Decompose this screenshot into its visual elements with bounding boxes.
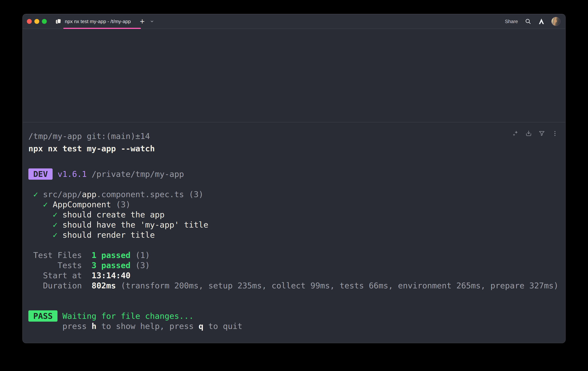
terminal-text-segment: ✓ [43, 200, 48, 209]
command-text: npx nx test my-app --watch [28, 144, 560, 154]
terminal-line [28, 240, 560, 250]
terminal-line: PASS Waiting for file changes... [28, 311, 560, 321]
terminal-text-segment [57, 210, 62, 219]
terminal-text-segment: ✓ [52, 220, 57, 229]
terminal-text-segment [57, 220, 62, 229]
terminal-text-segment: Test Files [28, 250, 92, 260]
terminal-text-segment: to show help, press [96, 321, 199, 331]
title-bar: npx nx test my-app - /t/my-app + Share [23, 14, 565, 29]
download-icon[interactable] [525, 130, 532, 137]
terminal-text-segment: AppComponent [52, 200, 111, 209]
terminal-text-segment: 1 passed [92, 250, 131, 260]
terminal-text-segment: Waiting for file changes... [62, 311, 194, 321]
terminal-text-segment: (1) [131, 250, 150, 260]
titlebar-right-controls: Share [505, 17, 560, 26]
terminal-text-segment [28, 230, 52, 240]
search-icon[interactable] [525, 18, 531, 25]
terminal-line [28, 179, 560, 189]
terminal-text-segment [57, 230, 62, 240]
terminal-text-segment: h [92, 321, 96, 331]
terminal-text-segment: should have the 'my-app' title [62, 220, 208, 229]
shell-prompt: /tmp/my-app git:(main)±14 [28, 131, 560, 141]
terminal-scrollback [23, 29, 565, 123]
terminal-text-segment: press [28, 321, 92, 331]
terminal-line: ✓ should have the 'my-app' title [28, 220, 560, 230]
terminal-text-segment: ✓ [52, 230, 57, 240]
terminal-line: ✓ AppComponent (3) [28, 199, 560, 209]
active-tab-underline [63, 28, 141, 29]
terminal-text-segment: should render title [62, 230, 155, 240]
terminal-line: Test Files 1 passed (1) [28, 250, 560, 260]
terminal-text-segment: (3) [111, 200, 131, 209]
window-controls [27, 19, 47, 24]
terminal-line: press h to show help, press q to quit [28, 321, 560, 331]
terminal-text-segment: 3 passed [92, 261, 131, 270]
close-button[interactable] [27, 19, 32, 24]
terminal-text-segment: Start at [28, 271, 92, 280]
block-action-toolbar [512, 130, 558, 137]
tab-title: npx nx test my-app - /t/my-app [65, 19, 131, 24]
terminal-text-segment: (3) [184, 190, 203, 199]
active-tab[interactable]: npx nx test my-app - /t/my-app [54, 14, 132, 29]
terminal-text-segment: should create the app [62, 210, 165, 219]
terminal-text-segment [48, 200, 53, 209]
terminal-text-segment: ✓ [52, 210, 57, 219]
terminal-line: Duration 802ms (transform 200ms, setup 2… [28, 280, 560, 291]
new-tab-button[interactable]: + [140, 17, 145, 26]
terminal-text-segment: (3) [131, 261, 150, 270]
terminal-text-segment [28, 210, 52, 219]
terminal-text-segment: v1.6.1 [57, 169, 87, 179]
sparkles-icon[interactable] [512, 130, 519, 137]
badge-pass: PASS [28, 310, 57, 322]
terminal-text-segment: q [199, 321, 203, 331]
user-avatar[interactable] [551, 17, 560, 26]
kebab-menu-icon[interactable] [551, 130, 558, 137]
terminal-text-segment: /private/tmp/my-app [87, 169, 184, 179]
chevron-down-icon[interactable] [150, 19, 154, 23]
badge-dev: DEV [28, 168, 52, 180]
terminal-text-segment: .component.spec.ts [96, 190, 184, 199]
terminal-window: npx nx test my-app - /t/my-app + Share [22, 14, 566, 343]
pages-icon [55, 18, 62, 25]
minimize-button[interactable] [34, 19, 39, 24]
zoom-button[interactable] [42, 19, 47, 24]
terminal-line [28, 291, 560, 301]
terminal-line: Tests 3 passed (3) [28, 260, 560, 270]
terminal-text-segment: 13:14:40 [92, 271, 131, 280]
filter-icon[interactable] [538, 130, 545, 137]
terminal-line: ✓ should render title [28, 230, 560, 240]
terminal-text-segment: to quit [203, 321, 242, 331]
terminal-text-segment: 802ms [92, 281, 116, 290]
terminal-text-segment: Duration [28, 281, 92, 290]
terminal-text-segment [52, 169, 57, 179]
terminal-text-segment: (transform 200ms, setup 235ms, collect 9… [116, 281, 558, 290]
terminal-text-segment [38, 190, 43, 199]
terminal-text-segment: Tests [28, 261, 92, 270]
warp-logo-icon[interactable] [538, 18, 545, 25]
terminal-text-segment [28, 200, 43, 209]
terminal-text-segment: ✓ [33, 190, 38, 199]
terminal-text-segment [28, 190, 33, 199]
terminal-line: ✓ src/app/app.component.spec.ts (3) [28, 189, 560, 199]
terminal-line: ✓ should create the app [28, 209, 560, 220]
terminal-line [28, 301, 560, 311]
terminal-text-segment [57, 311, 62, 321]
command-block: /tmp/my-app git:(main)±14 npx nx test my… [23, 123, 565, 331]
terminal-text-segment [28, 220, 52, 229]
terminal-text-segment: app [82, 190, 96, 199]
terminal-line: DEV v1.6.1 /private/tmp/my-app [28, 169, 560, 179]
terminal-output: DEV v1.6.1 /private/tmp/my-app ✓ src/app… [28, 169, 560, 331]
terminal-text-segment: src/app/ [43, 190, 82, 199]
share-button[interactable]: Share [505, 19, 518, 24]
terminal-line: Start at 13:14:40 [28, 270, 560, 280]
